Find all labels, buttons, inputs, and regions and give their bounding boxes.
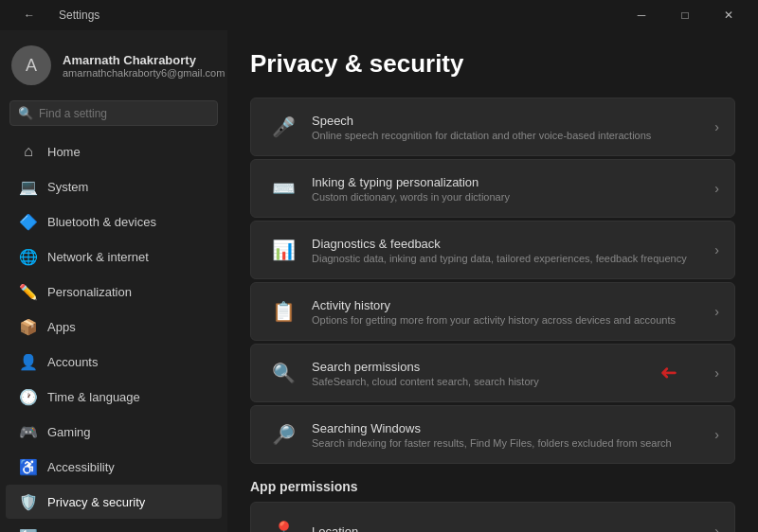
activity-icon: 📋	[266, 294, 300, 328]
sidebar-item-label-personalization: Personalization	[47, 285, 132, 299]
searching-windows-chevron-icon: ›	[714, 427, 719, 442]
activity-chevron-icon: ›	[714, 304, 719, 319]
titlebar-left: ← Settings	[8, 0, 99, 30]
sidebar-item-apps[interactable]: 📦Apps	[6, 310, 222, 344]
bluetooth-icon: 🔷	[19, 212, 38, 231]
inking-desc: Custom dictionary, words in your diction…	[312, 191, 714, 203]
sidebar: A Amarnath Chakraborty amarnathchakrabor…	[0, 30, 227, 532]
maximize-button[interactable]: □	[663, 0, 707, 30]
diagnostics-chevron-icon: ›	[714, 242, 719, 257]
sidebar-item-bluetooth[interactable]: 🔷Bluetooth & devices	[6, 204, 222, 239]
speech-icon: 🎤	[266, 110, 300, 144]
apps-icon: 📦	[19, 317, 38, 336]
sidebar-item-network[interactable]: 🌐Network & internet	[6, 239, 222, 274]
close-button[interactable]: ✕	[707, 0, 750, 30]
search-permissions-chevron-icon: ›	[714, 365, 719, 381]
diagnostics-icon: 📊	[266, 233, 300, 267]
sidebar-item-label-apps: Apps	[47, 320, 76, 334]
speech-title: Speech	[312, 114, 714, 128]
gaming-icon: 🎮	[19, 422, 38, 441]
location-chevron-icon: ›	[714, 523, 719, 532]
avatar: A	[11, 45, 51, 85]
sidebar-item-system[interactable]: 💻System	[6, 169, 222, 204]
search-permissions-desc: SafeSearch, cloud content search, search…	[312, 376, 714, 387]
location-title: Location	[312, 524, 714, 533]
nav-container: ⌂Home💻System🔷Bluetooth & devices🌐Network…	[0, 133, 227, 532]
time-icon: 🕐	[19, 387, 38, 406]
accessibility-icon: ♿	[19, 457, 38, 476]
activity-text: Activity historyOptions for getting more…	[312, 298, 714, 326]
content-area: Privacy & security 🎤SpeechOnline speech …	[227, 30, 758, 532]
accounts-icon: 👤	[19, 352, 38, 371]
search-input[interactable]	[39, 107, 209, 120]
back-icon: ←	[24, 9, 35, 22]
sidebar-item-update[interactable]: 🔄Windows Update	[6, 520, 222, 532]
titlebar: ← Settings ─ □ ✕	[0, 0, 758, 30]
sidebar-item-personalization[interactable]: ✏️Personalization	[6, 275, 222, 309]
activity-title: Activity history	[312, 298, 714, 312]
sidebar-item-label-network: Network & internet	[47, 250, 149, 264]
sidebar-item-label-home: Home	[47, 145, 81, 159]
diagnostics-text: Diagnostics & feedbackDiagnostic data, i…	[312, 237, 714, 264]
minimize-icon: ─	[638, 9, 646, 22]
diagnostics-title: Diagnostics & feedback	[312, 237, 714, 251]
settings-item-speech[interactable]: 🎤SpeechOnline speech recognition for dic…	[250, 98, 735, 156]
searching-windows-icon: 🔎	[266, 417, 300, 452]
inking-text: Inking & typing personalizationCustom di…	[312, 175, 714, 203]
diagnostics-desc: Diagnostic data, inking and typing data,…	[312, 253, 714, 264]
user-info: Amarnath Chakraborty amarnathchakraborty…	[63, 53, 225, 79]
personalization-icon: ✏️	[19, 282, 38, 301]
sidebar-item-accessibility[interactable]: ♿Accessibility	[6, 450, 222, 484]
search-box[interactable]: 🔍	[9, 100, 218, 126]
back-button[interactable]: ←	[8, 0, 51, 30]
search-permissions-text: Search permissionsSafeSearch, cloud cont…	[312, 360, 714, 387]
searching-windows-text: Searching WindowsSearch indexing for fas…	[312, 421, 714, 449]
minimize-button[interactable]: ─	[620, 0, 663, 30]
close-icon: ✕	[724, 9, 733, 22]
sidebar-item-privacy[interactable]: 🛡️Privacy & security	[6, 485, 222, 519]
searching-windows-desc: Search indexing for faster results, Find…	[312, 437, 714, 449]
sidebar-item-time[interactable]: 🕐Time & language	[6, 380, 222, 414]
avatar-icon: A	[26, 56, 37, 76]
privacy-icon: 🛡️	[19, 492, 38, 511]
sidebar-item-label-time: Time & language	[47, 390, 140, 404]
settings-item-search-permissions[interactable]: 🔍Search permissionsSafeSearch, cloud con…	[250, 344, 735, 402]
settings-item-activity[interactable]: 📋Activity historyOptions for getting mor…	[250, 282, 735, 341]
searching-windows-title: Searching Windows	[312, 421, 714, 435]
permissions-container: 📍Location›📷Camera›	[250, 502, 735, 532]
permission-item-location[interactable]: 📍Location›	[250, 502, 735, 532]
red-arrow-icon: ➜	[660, 361, 677, 385]
inking-title: Inking & typing personalization	[312, 175, 714, 189]
page-title: Privacy & security	[250, 49, 735, 79]
settings-item-inking[interactable]: ⌨️Inking & typing personalizationCustom …	[250, 159, 735, 218]
red-arrow-annotation: ➜	[660, 361, 677, 385]
app-permissions-header: App permissions	[250, 479, 735, 494]
main-layout: A Amarnath Chakraborty amarnathchakrabor…	[0, 30, 758, 532]
system-icon: 💻	[19, 177, 38, 196]
location-icon: 📍	[266, 514, 300, 532]
inking-chevron-icon: ›	[714, 181, 719, 196]
sidebar-item-label-accessibility: Accessibility	[47, 460, 115, 474]
sidebar-item-gaming[interactable]: 🎮Gaming	[6, 415, 222, 449]
user-profile[interactable]: A Amarnath Chakraborty amarnathchakrabor…	[0, 30, 227, 97]
settings-item-diagnostics[interactable]: 📊Diagnostics & feedbackDiagnostic data, …	[250, 221, 735, 279]
search-permissions-title: Search permissions	[312, 360, 714, 374]
sidebar-item-label-privacy: Privacy & security	[47, 495, 145, 509]
search-icon: 🔍	[18, 106, 33, 120]
home-icon: ⌂	[19, 142, 38, 161]
inking-icon: ⌨️	[266, 171, 300, 205]
sidebar-item-label-accounts: Accounts	[47, 355, 98, 369]
user-name: Amarnath Chakraborty	[63, 53, 225, 67]
settings-item-searching-windows[interactable]: 🔎Searching WindowsSearch indexing for fa…	[250, 405, 735, 464]
update-icon: 🔄	[19, 527, 38, 532]
network-icon: 🌐	[19, 247, 38, 266]
sidebar-item-label-bluetooth: Bluetooth & devices	[47, 215, 156, 229]
sidebar-item-home[interactable]: ⌂Home	[6, 134, 222, 168]
maximize-icon: □	[681, 9, 688, 22]
search-permissions-icon: 🔍	[266, 356, 300, 390]
sidebar-item-accounts[interactable]: 👤Accounts	[6, 345, 222, 379]
titlebar-title: Settings	[59, 9, 99, 22]
location-text: Location	[312, 524, 714, 533]
speech-chevron-icon: ›	[714, 119, 719, 134]
speech-desc: Online speech recognition for dictation …	[312, 130, 714, 141]
